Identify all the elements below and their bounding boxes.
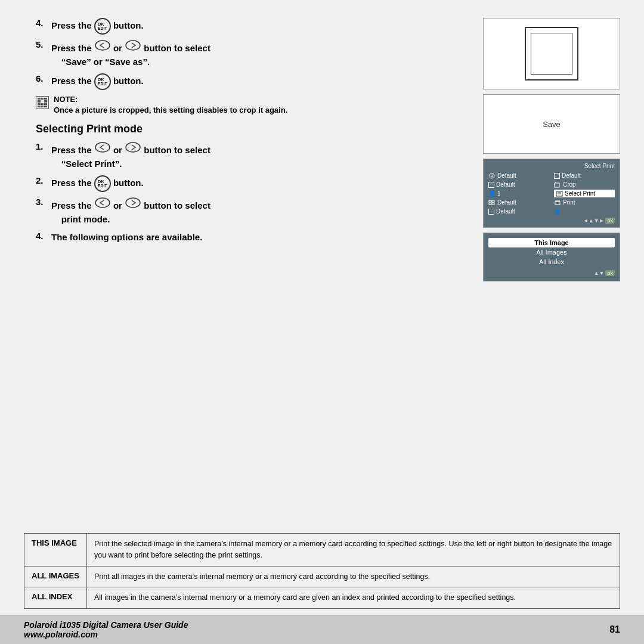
menu-title: Select Print	[488, 163, 615, 169]
footer-url: www.polaroid.com	[24, 630, 188, 639]
crop-preview-outer	[525, 27, 578, 80]
table-section: THIS IMAGE Print the selected image in t…	[0, 527, 644, 615]
person2-menu-icon: 👤	[554, 209, 561, 215]
step-s2-4-text: The following options are available.	[51, 231, 202, 244]
footer-page: 81	[609, 624, 620, 635]
menu-grid: Default Default Default Crop	[488, 172, 615, 215]
cam-panel-menu: Select Print Default Default Default	[483, 159, 620, 228]
select-bottom-nav: ▲▼ ok	[488, 270, 615, 276]
step-s2-2-num: 2.	[36, 175, 48, 185]
step-s2-4-num: 4.	[36, 231, 48, 241]
svg-point-2	[95, 143, 110, 152]
options-table: THIS IMAGE Print the selected image in t…	[24, 533, 620, 609]
step-5-quote: “Save” or “Save as”.	[61, 57, 150, 67]
nav-right-icon-5	[125, 39, 141, 51]
step-4: 4. Press the OKEDIT button.	[36, 18, 465, 35]
svg-point-3	[126, 143, 140, 152]
footer: Polaroid i1035 Digital Camera User Guide…	[0, 615, 644, 644]
table-row-all-images: ALL IMAGES Print all images in the camer…	[24, 566, 620, 587]
footer-left: Polaroid i1035 Digital Camera User Guide…	[24, 620, 188, 639]
menu-row-1-right: Default	[554, 172, 615, 179]
nav-left-icon-5	[94, 39, 111, 51]
step-s2-3-num: 3.	[36, 197, 48, 207]
note-content: NOTE: Once a picture is cropped, this se…	[54, 95, 287, 114]
menu-label-2l: Default	[496, 181, 515, 188]
ok-edit-icon-6: OKEDIT	[94, 73, 111, 90]
step-s2-1: 1. Press the or button to select “Select…	[36, 141, 465, 171]
table-body: THIS IMAGE Print the selected image in t…	[24, 534, 620, 609]
step-s2-4: 4. The following options are available.	[36, 231, 465, 244]
menu-label-3l: 1	[497, 190, 501, 197]
nav-left-icon-s2-3	[94, 197, 111, 209]
grid-menu-icon	[488, 200, 496, 206]
print-menu-icon	[554, 200, 561, 206]
step-4-num: 4.	[36, 18, 48, 28]
menu-row-1-left: Default	[488, 172, 549, 179]
step-5: 5. Press the or button to select “Save” …	[36, 39, 465, 69]
step-s2-1-num: 1.	[36, 141, 48, 151]
menu-row-3-right: Select Print	[554, 190, 615, 197]
crop-preview-inner	[531, 33, 572, 75]
ok-edit-icon-4: OKEDIT	[94, 18, 111, 35]
table-row-all-index: ALL INDEX All images in the camera’s int…	[24, 587, 620, 609]
step-6-text: Press the OKEDIT button.	[51, 73, 144, 90]
select-option-all-images: All Images	[488, 247, 615, 257]
person-menu-icon: 👤	[488, 190, 496, 197]
desc-all-index: All images in the camera’s internal memo…	[86, 587, 620, 609]
select-print-menu-icon	[556, 191, 563, 197]
menu-label-1l: Default	[497, 172, 516, 179]
step-6: 6. Press the OKEDIT button.	[36, 73, 465, 90]
step-6-num: 6.	[36, 73, 48, 83]
svg-rect-14	[489, 200, 491, 202]
menu-label-5l: Default	[496, 208, 515, 215]
ok-nav: ok	[605, 218, 615, 224]
square2-menu-icon	[488, 209, 494, 215]
svg-rect-17	[492, 203, 494, 205]
svg-point-4	[95, 198, 110, 208]
step-s2-1-quote: “Select Print”.	[61, 159, 122, 169]
svg-rect-18	[555, 202, 560, 205]
step-5-text: Press the or button to select “Save” or …	[51, 39, 210, 69]
menu-row-3-left: 👤 1	[488, 190, 549, 197]
menu-label-3r: Select Print	[565, 190, 595, 197]
cam-panel-save: Save	[483, 94, 620, 154]
step-5-num: 5.	[36, 39, 48, 49]
step-s2-3-text: Press the or button to select print mode…	[51, 197, 210, 226]
label-all-index: ALL INDEX	[24, 587, 87, 609]
menu-row-5-right: 👤	[554, 208, 615, 215]
note-box: NOTE: Once a picture is cropped, this se…	[36, 95, 465, 114]
step-s2-3: 3. Press the or button to select print m…	[36, 197, 465, 226]
step-s2-2-text: Press the OKEDIT button.	[51, 175, 144, 192]
camera-menu-icon	[488, 173, 496, 179]
step-4-text: Press the OKEDIT button.	[51, 18, 144, 35]
left-column: 4. Press the OKEDIT button. 5. Press the…	[36, 18, 471, 527]
ok-edit-icon-s2-2: OKEDIT	[94, 175, 111, 192]
menu-row-4-left: Default	[488, 199, 549, 206]
menu-label-4l: Default	[497, 199, 516, 206]
svg-rect-8	[555, 183, 559, 187]
right-column: Save Select Print Default Default	[483, 18, 620, 527]
label-all-images: ALL IMAGES	[24, 566, 87, 587]
desc-this-image: Print the selected image in the camera’s…	[86, 534, 620, 566]
menu-row-2-right: Crop	[554, 181, 615, 188]
nav-right-icon-s2-3	[125, 197, 141, 209]
note-title: NOTE:	[54, 95, 287, 104]
note-body: Once a picture is cropped, this setting …	[54, 106, 287, 114]
section-heading: Selecting Print mode	[36, 123, 465, 135]
step-s2-1-text: Press the or button to select “Select Pr…	[51, 141, 210, 171]
svg-rect-15	[492, 200, 494, 202]
table-row-this-image: THIS IMAGE Print the selected image in t…	[24, 534, 620, 566]
save-label: Save	[543, 120, 561, 129]
square-menu-icon-1r	[554, 173, 560, 179]
menu-label-2r: Crop	[563, 181, 576, 188]
select-nav-arrows: ▲▼	[594, 270, 605, 276]
svg-rect-19	[556, 200, 559, 202]
nav-left-icon-s2-1	[94, 141, 111, 153]
select-option-all-index: All Index	[488, 257, 615, 267]
svg-point-0	[95, 41, 110, 50]
cam-panel-crop	[483, 18, 620, 89]
step-s2-3-quote: print mode.	[61, 214, 110, 224]
label-this-image: THIS IMAGE	[24, 534, 87, 566]
menu-row-2-left: Default	[488, 181, 549, 188]
square-menu-icon-2l	[488, 182, 494, 188]
